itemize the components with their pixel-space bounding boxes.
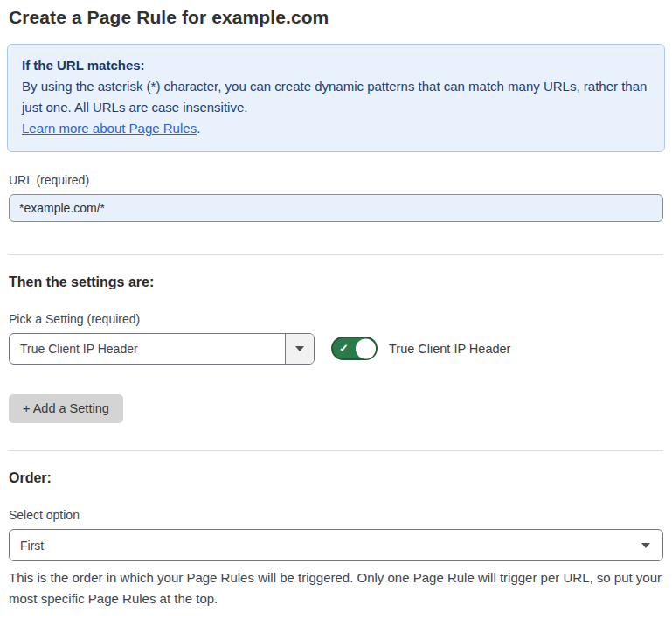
learn-more-link[interactable]: Learn more about Page Rules [22,121,197,136]
page-title: Create a Page Rule for example.com [9,7,663,28]
divider [9,450,663,451]
setting-picker-label: Pick a Setting (required) [9,312,663,326]
settings-section-heading: Then the settings are: [9,275,663,290]
chevron-down-icon [295,346,304,351]
toggle-wrap: ✓ True Client IP Header [331,337,510,360]
link-suffix: . [197,121,200,136]
setting-row: True Client IP Header ✓ True Client IP H… [9,333,663,365]
toggle-label: True Client IP Header [389,342,510,356]
divider [9,254,663,255]
order-select[interactable]: First [9,529,663,561]
order-select-value: First [20,539,44,553]
setting-picker-value: True Client IP Header [10,334,285,364]
true-client-ip-toggle[interactable]: ✓ [331,337,378,360]
add-setting-button[interactable]: + Add a Setting [9,394,123,423]
info-box-body: By using the asterisk (*) character, you… [22,76,650,118]
order-help-text: This is the order in which your Page Rul… [9,567,663,609]
check-icon: ✓ [339,343,349,354]
url-field-label: URL (required) [9,173,663,187]
url-input[interactable] [9,194,663,222]
setting-picker-select[interactable]: True Client IP Header [9,333,315,365]
setting-picker-arrow-button[interactable] [285,334,314,364]
info-box-link-line: Learn more about Page Rules. [22,118,650,139]
url-match-info-box: If the URL matches: By using the asteris… [7,44,665,152]
info-box-heading: If the URL matches: [22,55,650,76]
order-section-heading: Order: [9,470,663,486]
toggle-knob [356,338,376,358]
order-select-label: Select option [9,508,663,522]
chevron-down-icon [641,543,650,548]
